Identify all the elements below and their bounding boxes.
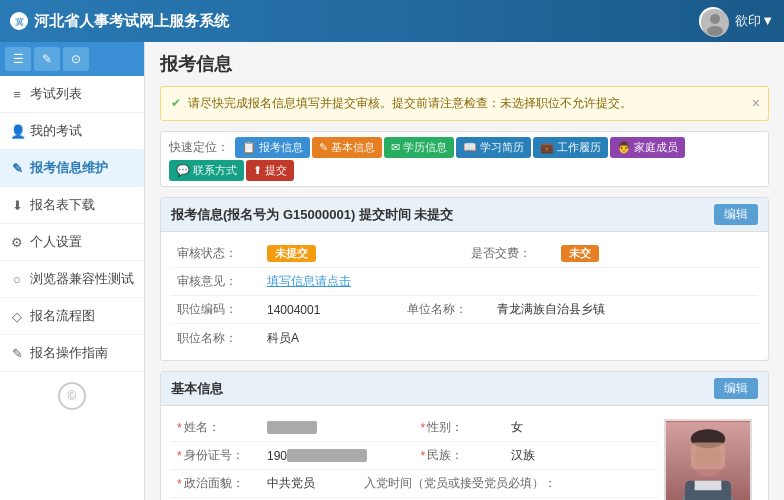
gender-label: *性别： bbox=[415, 414, 505, 441]
join-date-label: 入党时间（党员或接受党员必填）： bbox=[358, 470, 562, 497]
reg-info-row-4: 职位名称： 科员A bbox=[171, 324, 758, 352]
edu-icon: ✉ bbox=[391, 141, 400, 154]
basic-info-edit-btn[interactable]: 编辑 bbox=[714, 378, 758, 399]
contact-icon: 💬 bbox=[176, 164, 190, 177]
nav-submit-btn[interactable]: ⬆ 提交 bbox=[246, 160, 294, 181]
id-label: *身份证号： bbox=[171, 442, 261, 469]
alert-box: ✔ 请尽快完成报名信息填写并提交审核。提交前请注意检查：未选择职位不允许提交。 … bbox=[160, 86, 769, 121]
sidebar-list-btn[interactable]: ☰ bbox=[5, 47, 31, 71]
sidebar-item-label: 我的考试 bbox=[30, 122, 82, 140]
page-title: 报考信息 bbox=[160, 52, 769, 76]
political-label: *政治面貌： bbox=[171, 470, 261, 497]
id-value: 190 bbox=[261, 442, 415, 469]
family-icon: 👨 bbox=[617, 141, 631, 154]
photo-area bbox=[658, 414, 758, 500]
sidebar-item-label: 报名操作指南 bbox=[30, 344, 108, 362]
check-icon: ✔ bbox=[171, 96, 181, 110]
basic-info-section: 基本信息 编辑 *姓名： *性别： 女 *身 bbox=[160, 371, 769, 500]
reg-info-row-2: 审核意见： 填写信息请点击 bbox=[171, 268, 758, 296]
audit-comment-value: 填写信息请点击 bbox=[261, 268, 758, 295]
nav-basic-info-btn[interactable]: ✎ 基本信息 bbox=[312, 137, 382, 158]
nav-family-btn[interactable]: 👨 家庭成员 bbox=[610, 137, 685, 158]
sidebar-edit-btn[interactable]: ✎ bbox=[34, 47, 60, 71]
sidebar-item-label: 报名流程图 bbox=[30, 307, 95, 325]
position-code-label: 职位编码： bbox=[171, 296, 261, 323]
svg-point-3 bbox=[710, 14, 720, 24]
sidebar-item-flow-chart[interactable]: ◇ 报名流程图 bbox=[0, 298, 144, 335]
audit-comment-label: 审核意见： bbox=[171, 268, 261, 295]
sidebar-item-label: 报考信息维护 bbox=[30, 159, 108, 177]
basic-row-name: *姓名： *性别： 女 bbox=[171, 414, 658, 442]
basic-info-layout: *姓名： *性别： 女 *身份证号： 190 *民族： 汉族 bbox=[171, 414, 758, 500]
nav-reg-info-btn[interactable]: 📋 报考信息 bbox=[235, 137, 310, 158]
sidebar-item-browser-compat[interactable]: ○ 浏览器兼容性测试 bbox=[0, 261, 144, 298]
basic-icon: ✎ bbox=[319, 141, 328, 154]
basic-info-title: 基本信息 bbox=[171, 380, 223, 398]
review-note-link[interactable]: 填写信息请点击 bbox=[267, 273, 351, 290]
header-logo-icon: 冀 bbox=[10, 12, 28, 30]
svg-rect-14 bbox=[695, 448, 722, 463]
alert-text: 请尽快完成报名信息填写并提交审核。提交前请注意检查：未选择职位不允许提交。 bbox=[188, 96, 632, 110]
position-code-value: 14004001 bbox=[261, 296, 401, 323]
alert-close-btn[interactable]: × bbox=[752, 95, 760, 111]
sidebar-item-personal-settings[interactable]: ⚙ 个人设置 bbox=[0, 224, 144, 261]
sidebar-item-label: 个人设置 bbox=[30, 233, 82, 251]
avatar bbox=[699, 7, 727, 35]
unit-name-label: 单位名称： bbox=[401, 296, 491, 323]
sidebar-item-label: 浏览器兼容性测试 bbox=[30, 270, 134, 288]
reg-info-title: 报考信息(报名号为 G15000001) 提交时间 未提交 bbox=[171, 206, 453, 224]
diamond-icon: ◇ bbox=[10, 309, 24, 324]
download-icon: ⬇ bbox=[10, 198, 24, 213]
sidebar-item-my-exam[interactable]: 👤 我的考试 bbox=[0, 113, 144, 150]
reg-info-header: 报考信息(报名号为 G15000001) 提交时间 未提交 编辑 bbox=[161, 198, 768, 232]
basic-row-political: *政治面貌： 中共党员 入党时间（党员或接受党员必填）： bbox=[171, 470, 658, 498]
sidebar-item-operation-guide[interactable]: ✎ 报名操作指南 bbox=[0, 335, 144, 372]
payment-badge: 未交 bbox=[561, 245, 599, 262]
political-value: 中共党员 bbox=[261, 470, 358, 497]
basic-info-form: *姓名： *性别： 女 *身份证号： 190 *民族： 汉族 bbox=[171, 414, 658, 500]
audit-status-label: 审核状态： bbox=[171, 240, 261, 267]
submit-icon: ⬆ bbox=[253, 164, 262, 177]
nav-contact-btn[interactable]: 💬 联系方式 bbox=[169, 160, 244, 181]
name-label: *姓名： bbox=[171, 414, 261, 441]
payment-label: 是否交费： bbox=[465, 240, 555, 267]
photo-placeholder bbox=[664, 419, 752, 500]
nav-work-history-btn[interactable]: 💼 工作履历 bbox=[533, 137, 608, 158]
sidebar-footer: © bbox=[0, 372, 144, 420]
reg-info-icon: 📋 bbox=[242, 141, 256, 154]
basic-info-body: *姓名： *性别： 女 *身份证号： 190 *民族： 汉族 bbox=[161, 406, 768, 500]
position-name-label: 职位名称： bbox=[171, 324, 261, 352]
guide-icon: ✎ bbox=[10, 346, 24, 361]
gender-value: 女 bbox=[505, 414, 659, 441]
edit-icon: ✎ bbox=[10, 161, 24, 176]
user-icon: 👤 bbox=[10, 124, 24, 139]
join-date-value bbox=[562, 470, 659, 497]
header-right: 欲印▼ bbox=[699, 7, 774, 35]
header-username[interactable]: 欲印▼ bbox=[735, 12, 774, 30]
audit-status-badge: 未提交 bbox=[267, 245, 316, 262]
work-icon: 💼 bbox=[540, 141, 554, 154]
sidebar-item-registration-info[interactable]: ✎ 报考信息维护 → bbox=[0, 150, 144, 187]
reg-info-section: 报考信息(报名号为 G15000001) 提交时间 未提交 编辑 审核状态： 未… bbox=[160, 197, 769, 361]
unit-name-value: 青龙满族自治县乡镇 bbox=[491, 296, 758, 323]
sidebar-item-exam-list[interactable]: ≡ 考试列表 bbox=[0, 76, 144, 113]
sidebar-collapse-btn[interactable]: © bbox=[58, 382, 86, 410]
ethnicity-label: *民族： bbox=[415, 442, 505, 469]
quick-nav-label: 快速定位： bbox=[169, 139, 229, 156]
svg-text:冀: 冀 bbox=[15, 17, 24, 27]
basic-info-header: 基本信息 编辑 bbox=[161, 372, 768, 406]
layout: ☰ ✎ ⊙ ≡ 考试列表 👤 我的考试 ✎ 报考信息维护 → ⬇ 报名表下载 bbox=[0, 42, 784, 500]
header-left: 冀 河北省人事考试网上服务系统 bbox=[10, 12, 229, 31]
sidebar-share-btn[interactable]: ⊙ bbox=[63, 47, 89, 71]
svg-point-4 bbox=[707, 26, 723, 36]
sidebar-nav: ≡ 考试列表 👤 我的考试 ✎ 报考信息维护 → ⬇ 报名表下载 ⚙ 个人设置 bbox=[0, 76, 144, 420]
sidebar: ☰ ✎ ⊙ ≡ 考试列表 👤 我的考试 ✎ 报考信息维护 → ⬇ 报名表下载 bbox=[0, 42, 145, 500]
header-title: 河北省人事考试网上服务系统 bbox=[34, 12, 229, 31]
reg-info-edit-btn[interactable]: 编辑 bbox=[714, 204, 758, 225]
nav-study-history-btn[interactable]: 📖 学习简历 bbox=[456, 137, 531, 158]
position-name-value: 科员A bbox=[261, 324, 758, 352]
svg-rect-12 bbox=[695, 481, 722, 491]
sidebar-item-download[interactable]: ⬇ 报名表下载 bbox=[0, 187, 144, 224]
nav-edu-info-btn[interactable]: ✉ 学历信息 bbox=[384, 137, 454, 158]
gear-icon: ⚙ bbox=[10, 235, 24, 250]
